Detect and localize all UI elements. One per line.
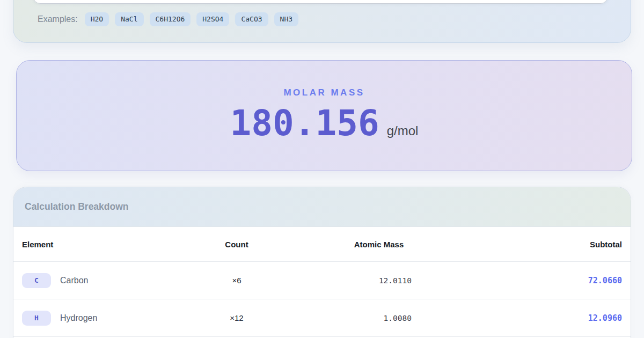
col-header-atomic-mass: Atomic Mass <box>290 240 467 249</box>
examples-row: Examples: H2O NaCl C6H12O6 H2SO4 CaCO3 N… <box>38 12 614 26</box>
table-row-carbon: C Carbon ×6 12.0110 72.0660 <box>13 262 631 299</box>
element-symbol-badge: C <box>22 273 51 288</box>
formula-input[interactable] <box>33 0 608 4</box>
col-header-element: Element <box>22 240 183 249</box>
molar-mass-value-row: 180.156 g/mol <box>230 106 419 141</box>
molar-mass-unit: g/mol <box>387 123 419 138</box>
example-chip-h2so4[interactable]: H2SO4 <box>196 12 229 26</box>
element-cell: C Carbon <box>22 273 183 288</box>
element-name: Hydrogen <box>60 313 97 323</box>
example-chip-nh3[interactable]: NH3 <box>274 12 298 26</box>
element-count: ×6 <box>183 276 290 285</box>
col-header-subtotal: Subtotal <box>467 240 622 249</box>
element-name: Carbon <box>60 276 88 285</box>
element-cell: H Hydrogen <box>22 311 183 326</box>
col-header-count: Count <box>183 240 290 249</box>
example-chip-nacl[interactable]: NaCl <box>115 12 143 26</box>
molar-mass-value: 180.156 <box>230 106 379 141</box>
calculation-breakdown-card: Calculation Breakdown Element Count Atom… <box>13 187 631 338</box>
examples-label: Examples: <box>38 14 78 24</box>
element-atomic-mass: 12.0110 <box>290 276 467 285</box>
element-subtotal: 72.0660 <box>467 276 622 285</box>
example-chip-h2o[interactable]: H2O <box>85 12 109 26</box>
molar-mass-label: MOLAR MASS <box>283 87 364 98</box>
breakdown-table-header-row: Element Count Atomic Mass Subtotal <box>13 227 631 262</box>
element-symbol-badge: H <box>22 311 51 326</box>
breakdown-table: Element Count Atomic Mass Subtotal C Car… <box>13 227 631 337</box>
molar-mass-result-card: MOLAR MASS 180.156 g/mol <box>16 60 632 171</box>
element-atomic-mass: 1.0080 <box>290 314 467 322</box>
breakdown-title: Calculation Breakdown <box>25 201 129 212</box>
example-chip-caco3[interactable]: CaCO3 <box>235 12 268 26</box>
element-subtotal: 12.0960 <box>467 313 622 323</box>
example-chip-c6h12o6[interactable]: C6H12O6 <box>150 12 191 26</box>
table-row-hydrogen: H Hydrogen ×12 1.0080 12.0960 <box>13 299 631 337</box>
formula-input-card: Examples: H2O NaCl C6H12O6 H2SO4 CaCO3 N… <box>13 0 631 43</box>
element-count: ×12 <box>183 313 290 322</box>
breakdown-header: Calculation Breakdown <box>13 187 631 227</box>
